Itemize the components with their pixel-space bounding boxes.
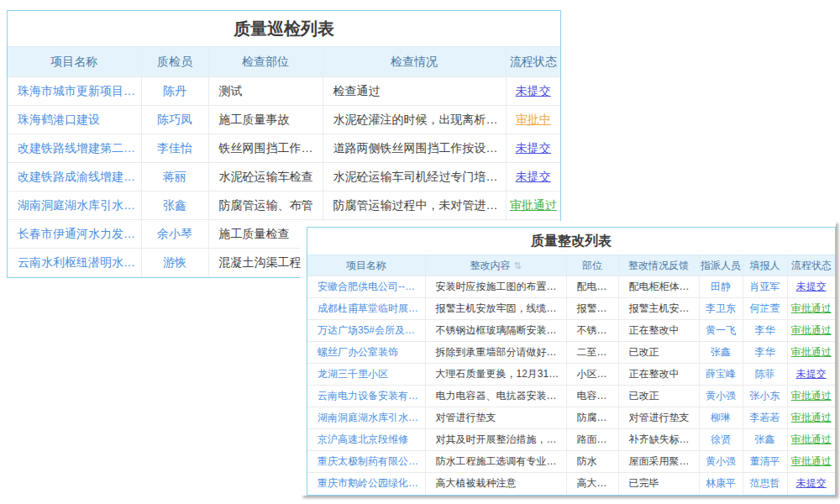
- inspector-name-link[interactable]: 李佳怡: [141, 134, 208, 163]
- project-name-link[interactable]: 重庆市鹅岭公园绿化景观提升...: [307, 473, 425, 495]
- project-name-link[interactable]: 万达广场35#会所及咖啡厅空...: [307, 320, 425, 342]
- process-status-link[interactable]: 未提交: [787, 276, 835, 298]
- project-name-link[interactable]: 成都杜甫草堂临时展厅独立展...: [307, 298, 425, 320]
- assignee-name-link[interactable]: 柳琳: [699, 407, 743, 429]
- assignee-name-link[interactable]: 黄小强: [699, 386, 743, 407]
- project-name-link[interactable]: 长春市伊通河水力发电...: [8, 220, 141, 249]
- column-header-label: 检查部位: [242, 55, 289, 68]
- table-row: 万达广场35#会所及咖啡厅空...不锈钢边框玻璃隔断安装不牢...不锈钢安装..…: [307, 320, 835, 342]
- project-name-link[interactable]: 改建铁路线增建第二线...: [8, 134, 141, 163]
- process-status-link[interactable]: 审批通过: [787, 342, 835, 364]
- project-name-link[interactable]: 湖南洞庭湖水库引水工程施工标: [307, 407, 425, 429]
- quality-rectification-title: 质量整改列表: [307, 228, 835, 255]
- reporter-name-link[interactable]: 张鑫: [743, 429, 787, 451]
- reporter-name-link[interactable]: 何芷萱: [743, 298, 787, 320]
- project-name-link[interactable]: 重庆太极制药有限公司亳州中...: [307, 451, 425, 473]
- table-row: 珠海市城市更新项目紫...陈丹测试检查通过未提交: [8, 77, 560, 106]
- column-header: 部位: [566, 255, 618, 276]
- project-name-link[interactable]: 改建铁路成渝线增建第...: [8, 163, 141, 192]
- table-row: 安徽合肥供电公司--配电设备...安装时应按施工图的布置，将...配电安装配电柜…: [307, 276, 835, 298]
- process-status-link[interactable]: 未提交: [787, 364, 835, 386]
- reporter-name-link[interactable]: 范思哲: [743, 473, 787, 495]
- assignee-name-link[interactable]: 田静: [699, 276, 743, 298]
- assignee-name-link[interactable]: 张鑫: [699, 342, 743, 364]
- assignee-name-link[interactable]: 黄小强: [699, 451, 743, 473]
- part-cell: 报警系统: [566, 298, 618, 320]
- process-status-link[interactable]: 未提交: [506, 163, 560, 192]
- inspection-part-cell: 铁丝网围挡工作检查: [208, 134, 323, 163]
- process-status-link[interactable]: 审批通过: [787, 386, 835, 407]
- reporter-name-link[interactable]: 肖亚军: [743, 276, 787, 298]
- table-row: 重庆太极制药有限公司亳州中...防水工程施工选调有专业资质...防水屋面采用聚氯…: [307, 451, 835, 473]
- column-header-label: 填报人: [750, 260, 780, 271]
- inspector-name-link[interactable]: 陈丹: [141, 77, 208, 106]
- quality-rectification-header-row: 项目名称整改内容⇅部位整改情况反馈指派人员填报人流程状态: [307, 255, 835, 276]
- assignee-name-link[interactable]: 李卫东: [699, 298, 743, 320]
- part-cell: 防腐管运输...: [566, 407, 618, 429]
- process-status-link[interactable]: 未提交: [787, 473, 835, 495]
- project-name-link[interactable]: 珠海鹤港口建设: [8, 106, 141, 134]
- column-header: 项目名称: [8, 47, 141, 77]
- column-header[interactable]: 整改内容⇅: [425, 255, 566, 276]
- column-header-label: 流程状态: [791, 260, 832, 271]
- reporter-name-link[interactable]: 张小东: [743, 386, 787, 407]
- inspector-name-link[interactable]: 余小琴: [141, 220, 208, 249]
- part-cell: 高大植被栽种: [566, 473, 618, 495]
- project-name-link[interactable]: 螺丝厂办公室装饰: [307, 342, 425, 364]
- project-name-link[interactable]: 珠海市城市更新项目紫...: [8, 77, 141, 106]
- table-row: 珠海鹤港口建设陈巧凤施工质量事故水泥砼灌注的时候，出现离析现象审批中: [8, 106, 560, 134]
- assignee-name-link[interactable]: 林康平: [699, 473, 743, 495]
- inspection-situation-cell: 水泥砼运输车司机经过专门培训...: [323, 163, 506, 192]
- rectification-content-cell: 高大植被栽种注意: [425, 473, 566, 495]
- project-name-link[interactable]: 云南电力设备安装有限公司20...: [307, 386, 425, 407]
- inspector-name-link[interactable]: 游恢: [141, 249, 208, 277]
- column-header: 整改情况反馈: [618, 255, 699, 276]
- process-status-link[interactable]: 审批中: [506, 106, 560, 134]
- part-cell: 二至三楼混...: [566, 342, 618, 364]
- assignee-name-link[interactable]: 徐贤: [699, 429, 743, 451]
- process-status-link[interactable]: 审批通过: [787, 298, 835, 320]
- part-cell: 路面维修检...: [566, 429, 618, 451]
- feedback-cell: 屋面采用聚氯...: [618, 451, 699, 473]
- reporter-name-link[interactable]: 陈菲: [743, 364, 787, 386]
- rectification-content-cell: 大理石质量更换，12月31日之...: [425, 364, 566, 386]
- quality-inspection-header-row: 项目名称质检员检查部位检查情况流程状态: [8, 47, 560, 77]
- process-status-link[interactable]: 未提交: [506, 77, 560, 106]
- column-header-label: 整改内容: [470, 260, 510, 271]
- process-status-link[interactable]: 审批通过: [787, 429, 835, 451]
- process-status-link[interactable]: 审批通过: [506, 192, 560, 220]
- rectification-content-cell: 不锈钢边框玻璃隔断安装不牢...: [425, 320, 566, 342]
- inspector-name-link[interactable]: 陈巧凤: [141, 106, 208, 134]
- part-cell: 不锈钢安装...: [566, 320, 618, 342]
- rectification-content-cell: 电力电容器、电抗器安装方案...: [425, 386, 566, 407]
- feedback-cell: 报警主机安放...: [618, 298, 699, 320]
- sort-icon[interactable]: ⇅: [513, 260, 521, 271]
- project-name-link[interactable]: 湖南洞庭湖水库引水工...: [8, 192, 141, 220]
- reporter-name-link[interactable]: 李华: [743, 342, 787, 364]
- process-status-link[interactable]: 审批通过: [787, 451, 835, 473]
- table-row: 成都杜甫草堂临时展厅独立展...报警主机安放牢固，线缆连接...报警系统报警主机…: [307, 298, 835, 320]
- inspector-name-link[interactable]: 张鑫: [141, 192, 208, 220]
- part-cell: 电容器安装...: [566, 386, 618, 407]
- inspector-name-link[interactable]: 蒋丽: [141, 163, 208, 192]
- feedback-cell: 配电柜柜体与...: [618, 276, 699, 298]
- feedback-cell: 已完毕: [618, 473, 699, 495]
- reporter-name-link[interactable]: 李华: [743, 320, 787, 342]
- reporter-name-link[interactable]: 董清平: [743, 451, 787, 473]
- part-cell: 防水: [566, 451, 618, 473]
- process-status-link[interactable]: 审批通过: [787, 407, 835, 429]
- column-header: 检查部位: [208, 47, 323, 77]
- process-status-link[interactable]: 审批通过: [787, 320, 835, 342]
- quality-inspection-title: 质量巡检列表: [8, 11, 560, 46]
- project-name-link[interactable]: 京沪高速北京段维修: [307, 429, 425, 451]
- reporter-name-link[interactable]: 李若若: [743, 407, 787, 429]
- assignee-name-link[interactable]: 薛宝峰: [699, 364, 743, 386]
- column-header: 质检员: [141, 47, 208, 77]
- project-name-link[interactable]: 龙湖三千里小区: [307, 364, 425, 386]
- part-cell: 配电安装: [566, 276, 618, 298]
- project-name-link[interactable]: 安徽合肥供电公司--配电设备...: [307, 276, 425, 298]
- process-status-link[interactable]: 未提交: [506, 134, 560, 163]
- project-name-link[interactable]: 云南水利枢纽潜明水库...: [8, 249, 141, 277]
- assignee-name-link[interactable]: 黄一飞: [699, 320, 743, 342]
- feedback-cell: 正在整改中: [618, 320, 699, 342]
